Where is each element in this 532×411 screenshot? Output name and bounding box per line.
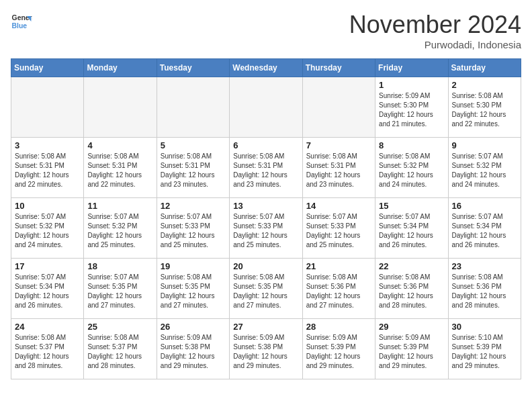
calendar-cell: 30Sunrise: 5:10 AM Sunset: 5:39 PM Dayli… (448, 319, 521, 379)
calendar-cell: 19Sunrise: 5:08 AM Sunset: 5:35 PM Dayli… (157, 259, 229, 319)
day-info: Sunrise: 5:09 AM Sunset: 5:38 PM Dayligh… (161, 333, 226, 371)
day-info: Sunrise: 5:07 AM Sunset: 5:32 PM Dayligh… (452, 152, 517, 189)
calendar-cell: 12Sunrise: 5:07 AM Sunset: 5:33 PM Dayli… (157, 198, 229, 259)
calendar-cell: 1Sunrise: 5:09 AM Sunset: 5:30 PM Daylig… (375, 77, 448, 138)
day-info: Sunrise: 5:08 AM Sunset: 5:36 PM Dayligh… (379, 273, 444, 310)
day-number: 17 (15, 261, 80, 271)
week-row-4: 17Sunrise: 5:07 AM Sunset: 5:34 PM Dayli… (11, 259, 521, 319)
weekday-header-row: SundayMondayTuesdayWednesdayThursdayFrid… (11, 59, 521, 77)
calendar-cell: 24Sunrise: 5:08 AM Sunset: 5:37 PM Dayli… (11, 319, 84, 379)
day-info: Sunrise: 5:08 AM Sunset: 5:36 PM Dayligh… (452, 273, 517, 310)
calendar-cell: 18Sunrise: 5:07 AM Sunset: 5:35 PM Dayli… (84, 259, 157, 319)
weekday-header-thursday: Thursday (302, 59, 375, 77)
day-info: Sunrise: 5:09 AM Sunset: 5:38 PM Dayligh… (233, 333, 298, 371)
day-number: 28 (306, 322, 371, 332)
calendar-cell: 21Sunrise: 5:08 AM Sunset: 5:36 PM Dayli… (302, 259, 375, 319)
weekday-header-saturday: Saturday (448, 59, 521, 77)
calendar-cell: 15Sunrise: 5:07 AM Sunset: 5:34 PM Dayli… (375, 198, 448, 259)
day-number: 7 (306, 140, 371, 150)
day-number: 10 (15, 201, 80, 211)
day-number: 30 (452, 322, 517, 332)
calendar-cell: 17Sunrise: 5:07 AM Sunset: 5:34 PM Dayli… (11, 259, 84, 319)
day-info: Sunrise: 5:07 AM Sunset: 5:33 PM Dayligh… (306, 212, 371, 250)
day-info: Sunrise: 5:07 AM Sunset: 5:35 PM Dayligh… (87, 273, 152, 310)
calendar-cell: 4Sunrise: 5:08 AM Sunset: 5:31 PM Daylig… (84, 138, 157, 198)
calendar-cell: 20Sunrise: 5:08 AM Sunset: 5:35 PM Dayli… (230, 259, 302, 319)
day-info: Sunrise: 5:07 AM Sunset: 5:34 PM Dayligh… (379, 212, 444, 250)
day-info: Sunrise: 5:09 AM Sunset: 5:39 PM Dayligh… (306, 333, 371, 371)
day-number: 8 (379, 140, 444, 150)
calendar-cell (11, 77, 84, 138)
day-info: Sunrise: 5:08 AM Sunset: 5:30 PM Dayligh… (452, 91, 517, 129)
calendar-table: SundayMondayTuesdayWednesdayThursdayFrid… (11, 58, 521, 379)
day-info: Sunrise: 5:08 AM Sunset: 5:36 PM Dayligh… (306, 273, 371, 310)
calendar-cell: 16Sunrise: 5:07 AM Sunset: 5:34 PM Dayli… (448, 198, 521, 259)
calendar-cell: 7Sunrise: 5:08 AM Sunset: 5:31 PM Daylig… (302, 138, 375, 198)
weekday-header-monday: Monday (84, 59, 157, 77)
day-number: 6 (233, 140, 298, 150)
calendar-cell: 26Sunrise: 5:09 AM Sunset: 5:38 PM Dayli… (157, 319, 229, 379)
calendar-cell: 29Sunrise: 5:09 AM Sunset: 5:39 PM Dayli… (375, 319, 448, 379)
week-row-3: 10Sunrise: 5:07 AM Sunset: 5:32 PM Dayli… (11, 198, 521, 259)
day-info: Sunrise: 5:08 AM Sunset: 5:37 PM Dayligh… (87, 333, 152, 371)
month-title: November 2024 (349, 11, 521, 39)
day-info: Sunrise: 5:08 AM Sunset: 5:31 PM Dayligh… (87, 152, 152, 189)
day-number: 27 (233, 322, 298, 332)
day-info: Sunrise: 5:07 AM Sunset: 5:33 PM Dayligh… (161, 212, 226, 250)
svg-text:Blue: Blue (12, 22, 28, 30)
calendar-cell: 14Sunrise: 5:07 AM Sunset: 5:33 PM Dayli… (302, 198, 375, 259)
title-block: November 2024 Purwodadi, Indonesia (349, 11, 521, 50)
day-number: 22 (379, 261, 444, 271)
day-number: 11 (87, 201, 152, 211)
day-info: Sunrise: 5:10 AM Sunset: 5:39 PM Dayligh… (452, 333, 517, 371)
calendar-cell (230, 77, 302, 138)
day-number: 26 (161, 322, 226, 332)
day-info: Sunrise: 5:08 AM Sunset: 5:35 PM Dayligh… (161, 273, 226, 310)
day-number: 25 (87, 322, 152, 332)
logo: General Blue (11, 11, 32, 32)
weekday-header-tuesday: Tuesday (157, 59, 229, 77)
calendar-cell (302, 77, 375, 138)
calendar-cell (157, 77, 229, 138)
calendar-cell: 11Sunrise: 5:07 AM Sunset: 5:32 PM Dayli… (84, 198, 157, 259)
calendar-cell: 25Sunrise: 5:08 AM Sunset: 5:37 PM Dayli… (84, 319, 157, 379)
day-number: 24 (15, 322, 80, 332)
calendar-cell: 9Sunrise: 5:07 AM Sunset: 5:32 PM Daylig… (448, 138, 521, 198)
day-info: Sunrise: 5:07 AM Sunset: 5:33 PM Dayligh… (233, 212, 298, 250)
logo-icon: General Blue (11, 11, 32, 32)
calendar-cell: 5Sunrise: 5:08 AM Sunset: 5:31 PM Daylig… (157, 138, 229, 198)
day-info: Sunrise: 5:09 AM Sunset: 5:39 PM Dayligh… (379, 333, 444, 371)
day-number: 14 (306, 201, 371, 211)
day-number: 13 (233, 201, 298, 211)
calendar-cell: 3Sunrise: 5:08 AM Sunset: 5:31 PM Daylig… (11, 138, 84, 198)
day-number: 15 (379, 201, 444, 211)
calendar-cell (84, 77, 157, 138)
day-info: Sunrise: 5:08 AM Sunset: 5:32 PM Dayligh… (379, 152, 444, 189)
day-number: 19 (161, 261, 226, 271)
calendar-cell: 27Sunrise: 5:09 AM Sunset: 5:38 PM Dayli… (230, 319, 302, 379)
calendar-cell: 10Sunrise: 5:07 AM Sunset: 5:32 PM Dayli… (11, 198, 84, 259)
day-info: Sunrise: 5:09 AM Sunset: 5:30 PM Dayligh… (379, 91, 444, 129)
week-row-1: 1Sunrise: 5:09 AM Sunset: 5:30 PM Daylig… (11, 77, 521, 138)
day-number: 29 (379, 322, 444, 332)
calendar-cell: 2Sunrise: 5:08 AM Sunset: 5:30 PM Daylig… (448, 77, 521, 138)
calendar-cell: 23Sunrise: 5:08 AM Sunset: 5:36 PM Dayli… (448, 259, 521, 319)
day-info: Sunrise: 5:08 AM Sunset: 5:31 PM Dayligh… (233, 152, 298, 189)
day-info: Sunrise: 5:08 AM Sunset: 5:31 PM Dayligh… (15, 152, 80, 189)
day-info: Sunrise: 5:08 AM Sunset: 5:35 PM Dayligh… (233, 273, 298, 310)
weekday-header-wednesday: Wednesday (230, 59, 302, 77)
day-info: Sunrise: 5:07 AM Sunset: 5:34 PM Dayligh… (452, 212, 517, 250)
calendar-body: 1Sunrise: 5:09 AM Sunset: 5:30 PM Daylig… (11, 77, 521, 379)
day-info: Sunrise: 5:07 AM Sunset: 5:34 PM Dayligh… (15, 273, 80, 310)
day-info: Sunrise: 5:08 AM Sunset: 5:37 PM Dayligh… (15, 333, 80, 371)
week-row-5: 24Sunrise: 5:08 AM Sunset: 5:37 PM Dayli… (11, 319, 521, 379)
calendar-cell: 13Sunrise: 5:07 AM Sunset: 5:33 PM Dayli… (230, 198, 302, 259)
day-number: 1 (379, 80, 444, 90)
week-row-2: 3Sunrise: 5:08 AM Sunset: 5:31 PM Daylig… (11, 138, 521, 198)
day-info: Sunrise: 5:08 AM Sunset: 5:31 PM Dayligh… (306, 152, 371, 189)
day-info: Sunrise: 5:08 AM Sunset: 5:31 PM Dayligh… (161, 152, 226, 189)
location-subtitle: Purwodadi, Indonesia (349, 39, 521, 50)
day-number: 12 (161, 201, 226, 211)
day-number: 20 (233, 261, 298, 271)
calendar-cell: 8Sunrise: 5:08 AM Sunset: 5:32 PM Daylig… (375, 138, 448, 198)
